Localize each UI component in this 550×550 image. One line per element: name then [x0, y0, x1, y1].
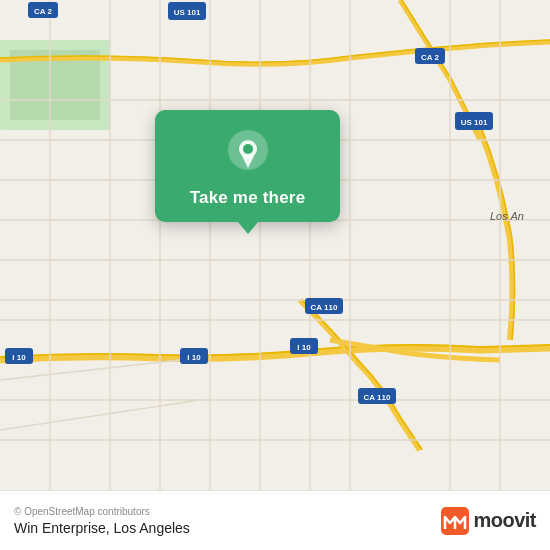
moovit-logo: moovit — [441, 507, 536, 535]
svg-text:CA 2: CA 2 — [421, 53, 439, 62]
location-info: © OpenStreetMap contributors Win Enterpr… — [14, 506, 190, 536]
location-card[interactable]: Take me there — [155, 110, 340, 222]
moovit-icon — [441, 507, 469, 535]
svg-text:US 101: US 101 — [174, 8, 201, 17]
svg-text:I 10: I 10 — [187, 353, 201, 362]
map-svg: US 101 CA 2 CA 2 US 101 I 10 I 10 I 10 C… — [0, 0, 550, 490]
svg-text:CA 2: CA 2 — [34, 7, 52, 16]
take-me-there-button[interactable]: Take me there — [190, 188, 306, 208]
svg-text:CA 110: CA 110 — [311, 303, 338, 312]
location-name: Win Enterprise, Los Angeles — [14, 520, 190, 536]
svg-text:I 10: I 10 — [12, 353, 26, 362]
svg-text:US 101: US 101 — [461, 118, 488, 127]
bottom-bar: © OpenStreetMap contributors Win Enterpr… — [0, 490, 550, 550]
svg-point-44 — [243, 144, 253, 154]
svg-text:CA 110: CA 110 — [364, 393, 391, 402]
copyright-text: © OpenStreetMap contributors — [14, 506, 190, 517]
map-view: US 101 CA 2 CA 2 US 101 I 10 I 10 I 10 C… — [0, 0, 550, 490]
moovit-brand-text: moovit — [473, 509, 536, 532]
svg-text:Los An: Los An — [490, 210, 524, 222]
svg-text:I 10: I 10 — [297, 343, 311, 352]
location-pin-icon — [224, 128, 272, 176]
